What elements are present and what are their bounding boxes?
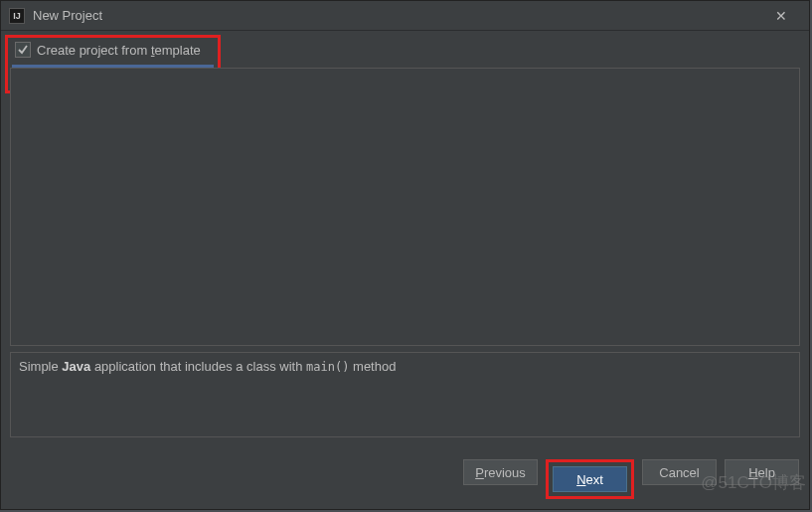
checkbox-label: Create project from template	[37, 43, 201, 58]
create-from-template-checkbox[interactable]: Create project from template	[13, 42, 213, 58]
template-list[interactable]	[10, 68, 800, 346]
help-button[interactable]: Help	[725, 459, 799, 485]
checkbox-icon	[15, 42, 31, 58]
window-title: New Project	[33, 8, 761, 23]
next-button[interactable]: Next	[553, 466, 627, 492]
dialog-content: Create project from template Command Lin…	[1, 31, 809, 451]
new-project-dialog: IJ New Project ✕ Create project from tem…	[0, 0, 810, 510]
previous-button[interactable]: Previous	[463, 459, 538, 485]
template-description: Simple Java application that includes a …	[10, 352, 800, 437]
close-icon[interactable]: ✕	[761, 8, 801, 24]
button-bar: Previous Next Cancel Help	[1, 451, 809, 509]
intellij-icon: IJ	[9, 8, 25, 24]
cancel-button[interactable]: Cancel	[642, 459, 717, 485]
annotation-highlight-next: Next	[546, 459, 634, 499]
titlebar: IJ New Project ✕	[1, 1, 809, 31]
